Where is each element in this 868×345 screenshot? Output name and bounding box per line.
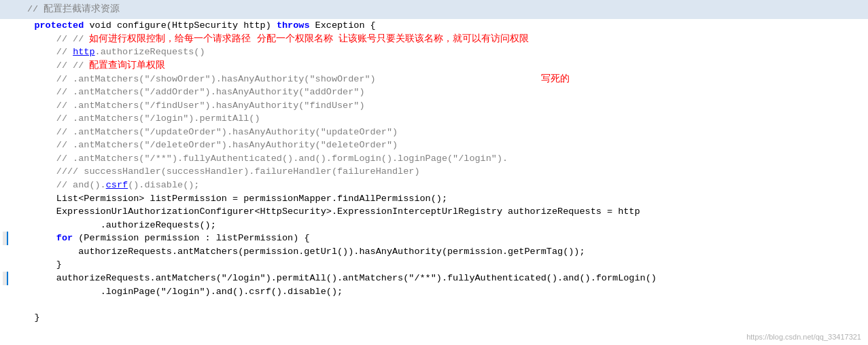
header-comment-text: // 配置拦截请求资源 — [27, 4, 120, 14]
code-segment: void — [84, 20, 117, 31]
line-gutter — [3, 46, 8, 59]
line-content: ExpressionUrlAuthorizationConfigurer<Htt… — [12, 205, 865, 219]
line-gutter — [3, 205, 8, 219]
code-line: for (Permission permission : listPermiss… — [0, 232, 868, 245]
code-line: // .antMatchers("/addOrder").hasAnyAutho… — [0, 86, 868, 99]
line-content: // .antMatchers("/addOrder").hasAnyAutho… — [12, 86, 865, 99]
line-gutter — [3, 86, 8, 99]
code-segment: // // — [56, 34, 90, 44]
line-content: List<Permission> listPermission = permis… — [12, 192, 865, 206]
code-line: // http.authorizeRequests() — [0, 46, 868, 59]
line-gutter — [3, 152, 8, 166]
code-segment: } — [56, 259, 62, 270]
code-line: // .antMatchers("/updateOrder").hasAnyAu… — [0, 126, 868, 139]
code-segment: // — [56, 47, 73, 57]
line-content: authorizeRequests.antMatchers(permission… — [12, 245, 865, 259]
code-segment: throws — [277, 20, 310, 31]
code-line: authorizeRequests.antMatchers(permission… — [0, 245, 868, 259]
code-container: // 配置拦截请求资源 protected void configure(Htt… — [0, 0, 868, 345]
line-gutter — [3, 59, 8, 73]
code-line: .authorizeRequests(); — [0, 219, 868, 232]
code-line: protected void configure(HttpSecurity ht… — [0, 19, 868, 33]
line-content: } — [12, 311, 865, 325]
code-segment: authorizeRequests.antMatchers("/login").… — [56, 273, 657, 283]
code-segment: // .antMatchers("/showOrder").hasAnyAuth… — [56, 74, 376, 84]
code-segment: // .antMatchers("/deleteOrder").hasAnyAu… — [56, 140, 398, 150]
line-gutter — [3, 19, 8, 33]
line-gutter — [3, 112, 8, 126]
code-segment: .authorizeRequests(); — [101, 220, 216, 230]
code-segment: //// successHandler(successHandler).fail… — [56, 166, 420, 177]
header-comment: // 配置拦截请求资源 — [0, 0, 868, 19]
code-segment: http — [73, 47, 94, 57]
line-gutter — [3, 298, 8, 311]
line-content: // .antMatchers("/showOrder").hasAnyAuth… — [12, 73, 865, 86]
code-line: // .antMatchers("/deleteOrder").hasAnyAu… — [0, 139, 868, 152]
code-segment: // and(). — [56, 180, 106, 190]
code-segment: configure(HttpSecurity http) — [117, 20, 277, 31]
code-segment: // .antMatchers("/**").fullyAuthenticate… — [56, 153, 508, 164]
code-line: // // 如何进行权限控制，给每一个请求路径 分配一个权限名称 让该账号只要关… — [0, 33, 868, 46]
line-gutter — [3, 165, 8, 179]
code-line: // // 配置查询订单权限 — [0, 59, 868, 73]
code-lines: protected void configure(HttpSecurity ht… — [0, 19, 868, 324]
code-segment: (Permission permission : listPermission)… — [73, 233, 309, 243]
code-segment: .authorizeRequests() — [95, 47, 205, 57]
line-gutter — [3, 232, 8, 245]
code-line: // .antMatchers("/showOrder").hasAnyAuth… — [0, 73, 868, 86]
line-content: .authorizeRequests(); — [12, 219, 865, 232]
line-content: protected void configure(HttpSecurity ht… — [12, 19, 865, 33]
code-segment — [376, 74, 541, 84]
code-segment: } — [34, 312, 39, 323]
code-segment: .loginPage("/login").and().csrf().disabl… — [101, 287, 343, 297]
line-content: authorizeRequests.antMatchers("/login").… — [12, 272, 865, 285]
line-gutter — [3, 33, 8, 46]
line-content: // .antMatchers("/updateOrder").hasAnyAu… — [12, 126, 865, 139]
line-gutter — [3, 139, 8, 152]
line-content: // .antMatchers("/**").fullyAuthenticate… — [12, 152, 865, 166]
code-segment: 如何进行权限控制，给每一个请求路径 分配一个权限名称 让该账号只要关联该名称，就… — [89, 34, 528, 44]
code-segment: List<Permission> listPermission = permis… — [56, 194, 447, 204]
code-line: // .antMatchers("/findUser").hasAnyAutho… — [0, 99, 868, 113]
line-gutter — [3, 245, 8, 259]
code-segment: // // — [56, 60, 90, 71]
code-line: .loginPage("/login").and().csrf().disabl… — [0, 285, 868, 299]
line-gutter — [3, 285, 8, 299]
code-segment: authorizeRequests.antMatchers(permission… — [78, 247, 585, 257]
code-segment: // .antMatchers("/addOrder").hasAnyAutho… — [56, 87, 365, 97]
code-line: // .antMatchers("/login").permitAll() — [0, 112, 868, 126]
line-content: // http.authorizeRequests() — [12, 46, 865, 59]
line-content: // and().csrf().disable(); — [12, 179, 865, 192]
line-content: } — [12, 258, 865, 272]
code-line — [0, 298, 868, 311]
code-segment: 写死的 — [541, 74, 570, 84]
line-gutter — [3, 311, 8, 325]
line-gutter — [3, 192, 8, 206]
line-content: .loginPage("/login").and().csrf().disabl… — [12, 285, 865, 299]
line-gutter — [3, 73, 8, 86]
line-content: // .antMatchers("/deleteOrder").hasAnyAu… — [12, 139, 865, 152]
line-content: //// successHandler(successHandler).fail… — [12, 165, 865, 179]
line-gutter — [3, 258, 8, 272]
code-line: //// successHandler(successHandler).fail… — [0, 165, 868, 179]
code-segment: ExpressionUrlAuthorizationConfigurer<Htt… — [56, 206, 640, 217]
line-content: // .antMatchers("/login").permitAll() — [12, 112, 865, 126]
code-segment: 配置查询订单权限 — [89, 60, 165, 71]
code-segment: csrf — [106, 180, 128, 190]
watermark: https://blog.csdn.net/qq_33417321 — [746, 333, 861, 341]
code-line: } — [0, 311, 868, 325]
line-gutter — [3, 179, 8, 192]
code-line: ExpressionUrlAuthorizationConfigurer<Htt… — [0, 205, 868, 219]
code-segment: // .antMatchers("/login").permitAll() — [56, 113, 260, 124]
line-content: // .antMatchers("/findUser").hasAnyAutho… — [12, 99, 865, 113]
code-segment: Exception { — [310, 20, 376, 31]
code-segment: protected — [34, 20, 84, 31]
code-segment: for — [56, 233, 73, 243]
line-gutter — [3, 126, 8, 139]
line-gutter — [3, 272, 8, 285]
line-gutter — [3, 219, 8, 232]
code-segment: // .antMatchers("/findUser").hasAnyAutho… — [56, 101, 365, 111]
line-content: // // 配置查询订单权限 — [12, 59, 865, 73]
code-line: } — [0, 258, 868, 272]
code-segment: ().disable(); — [128, 180, 199, 190]
